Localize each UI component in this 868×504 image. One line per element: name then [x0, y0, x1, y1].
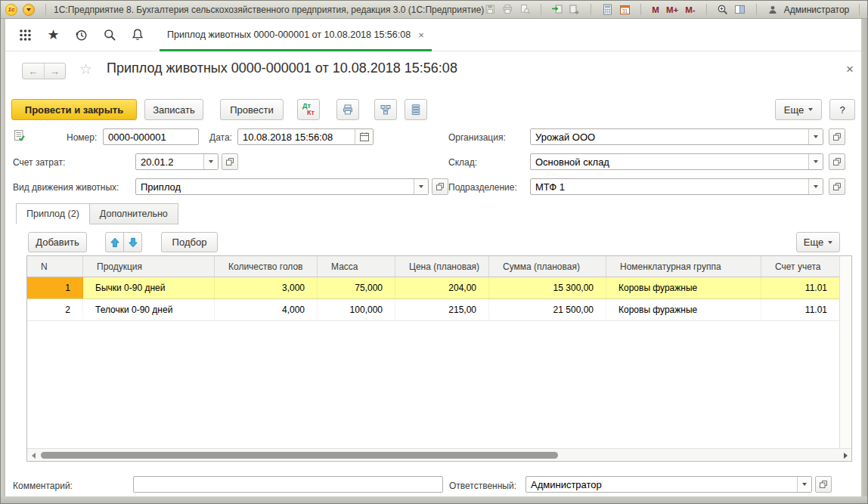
page-tabs: Приплод (2) Дополнительно [16, 203, 178, 224]
column-header-sum[interactable]: Сумма (плановая) [489, 256, 606, 277]
cell-n[interactable]: 2 [27, 299, 83, 320]
cell-sum[interactable]: 15 300,00 [489, 277, 606, 298]
cell-qty[interactable]: 4,000 [215, 299, 318, 320]
show-postings-button[interactable]: ДтКт [297, 99, 320, 120]
cell-mass[interactable]: 100,000 [318, 299, 395, 320]
cell-product[interactable]: Телочки 0-90 дней [83, 299, 215, 320]
favorites-icon[interactable]: ★ [39, 19, 67, 51]
column-header-product[interactable]: Продукция [83, 256, 215, 277]
cell-account[interactable]: 11.01 [761, 277, 839, 298]
tab-close-icon[interactable]: × [418, 29, 424, 41]
chevron-down-icon [802, 483, 807, 486]
dropdown-button[interactable] [808, 129, 823, 144]
warehouse-select[interactable]: Основной склад [530, 153, 823, 170]
add-row-button[interactable]: Добавить [28, 232, 87, 252]
forward-button[interactable]: → [45, 63, 66, 79]
column-header-n[interactable]: N [27, 256, 83, 277]
favorite-star-icon[interactable]: ☆ [79, 62, 92, 76]
cell-account[interactable]: 11.01 [761, 299, 839, 320]
main-menu-button[interactable] [23, 4, 35, 16]
menu-grid-icon[interactable] [11, 19, 39, 51]
notifications-bell-icon[interactable] [123, 19, 151, 51]
cell-group[interactable]: Коровы фуражные [606, 299, 761, 320]
tab-priplod[interactable]: Приплод (2) [16, 203, 90, 224]
form-close-button[interactable]: × [846, 62, 854, 77]
scrollbar-thumb[interactable] [41, 452, 558, 459]
cell-sum[interactable]: 21 500,00 [489, 299, 606, 320]
responsible-open-button[interactable] [815, 476, 832, 493]
print-document-button[interactable] [336, 99, 359, 120]
cell-group[interactable]: Коровы фуражные [606, 277, 761, 298]
memory-minus-button[interactable]: M- [684, 5, 696, 14]
open-in-new-icon [435, 181, 445, 192]
go-to-link-icon[interactable] [569, 4, 581, 16]
grid-more-button[interactable]: Еще [796, 232, 840, 252]
cell-n[interactable]: 1 [27, 277, 83, 298]
movement-type-select[interactable]: Приплод [135, 178, 429, 195]
column-header-mass[interactable]: Масса [318, 256, 395, 277]
post-and-close-button[interactable]: Провести и закрыть [11, 99, 137, 120]
memory-button[interactable]: M [651, 5, 660, 14]
scroll-left-button[interactable] [29, 451, 38, 459]
dropdown-button[interactable] [808, 179, 823, 194]
post-button[interactable]: Провести [220, 99, 284, 120]
organization-open-button[interactable] [829, 128, 845, 145]
warehouse-open-button[interactable] [829, 153, 845, 170]
dropdown-button[interactable] [414, 179, 428, 194]
movement-type-open-button[interactable] [432, 178, 448, 195]
number-input[interactable]: 0000-000001 [103, 128, 199, 145]
dropdown-button[interactable] [808, 154, 823, 169]
form-title: Приплод животных 0000-000001 от 10.08.20… [107, 60, 457, 76]
calendar-picker-button[interactable] [355, 129, 373, 144]
vertical-scrollbar[interactable] [839, 256, 851, 448]
dropdown-button[interactable] [797, 477, 811, 492]
cell-mass[interactable]: 75,000 [318, 277, 395, 298]
search-icon[interactable] [95, 19, 123, 51]
date-input[interactable]: 10.08.2018 15:56:08 [237, 128, 374, 145]
cost-account-open-button[interactable] [222, 153, 238, 170]
dropdown-button[interactable] [203, 154, 218, 169]
memory-plus-button[interactable]: M+ [665, 5, 679, 14]
cell-price[interactable]: 204,00 [395, 277, 489, 298]
window-frame-bottom [1, 496, 867, 503]
table-row[interactable]: 2 Телочки 0-90 дней 4,000 100,000 215,00… [27, 299, 851, 321]
divider [706, 4, 707, 15]
number-label: Номер: [67, 132, 97, 143]
document-tab[interactable]: Приплод животных 0000-000001 от 10.08.20… [160, 19, 432, 51]
back-button[interactable]: ← [23, 63, 45, 79]
comment-input[interactable] [133, 476, 443, 493]
column-header-qty[interactable]: Количество голов [215, 256, 318, 277]
horizontal-scrollbar[interactable] [27, 448, 851, 461]
move-row-down-button[interactable] [123, 232, 142, 252]
chevron-down-icon [419, 185, 423, 188]
cell-product[interactable]: Бычки 0-90 дней [83, 277, 215, 298]
responsible-select[interactable]: Администратор [525, 476, 812, 493]
register-records-button[interactable] [405, 99, 427, 120]
column-header-price[interactable]: Цена (плановая) [395, 256, 489, 277]
more-button[interactable]: Еще [775, 99, 822, 120]
table-row[interactable]: 1 Бычки 0-90 дней 3,000 75,000 204,00 15… [27, 277, 851, 299]
calculator-icon[interactable] [601, 4, 613, 16]
department-open-button[interactable] [829, 178, 845, 195]
tab-dopolnitelno[interactable]: Дополнительно [89, 203, 178, 224]
move-row-up-button[interactable] [105, 232, 124, 252]
organization-select[interactable]: Урожай ООО [530, 128, 823, 145]
split-panel-icon[interactable] [734, 4, 746, 16]
help-button[interactable]: ? [829, 99, 855, 120]
column-header-group[interactable]: Номенклатурная группа [606, 256, 761, 277]
calendar-icon[interactable]: 31 [618, 4, 631, 16]
history-icon[interactable] [67, 19, 95, 51]
scroll-right-button[interactable] [841, 451, 850, 459]
printer-icon [342, 104, 354, 116]
cell-price[interactable]: 215,00 [395, 299, 489, 320]
pick-button[interactable]: Подбор [161, 232, 218, 252]
write-button[interactable]: Записать [144, 99, 203, 120]
get-link-icon[interactable] [551, 4, 563, 16]
related-documents-button[interactable] [374, 99, 397, 120]
column-header-account[interactable]: Счет учета [761, 256, 839, 277]
cost-account-select[interactable]: 20.01.2 [135, 153, 219, 170]
chevron-down-icon [814, 135, 818, 138]
zoom-icon[interactable] [717, 4, 729, 16]
cell-qty[interactable]: 3,000 [215, 277, 318, 298]
department-select[interactable]: МТФ 1 [530, 178, 823, 195]
